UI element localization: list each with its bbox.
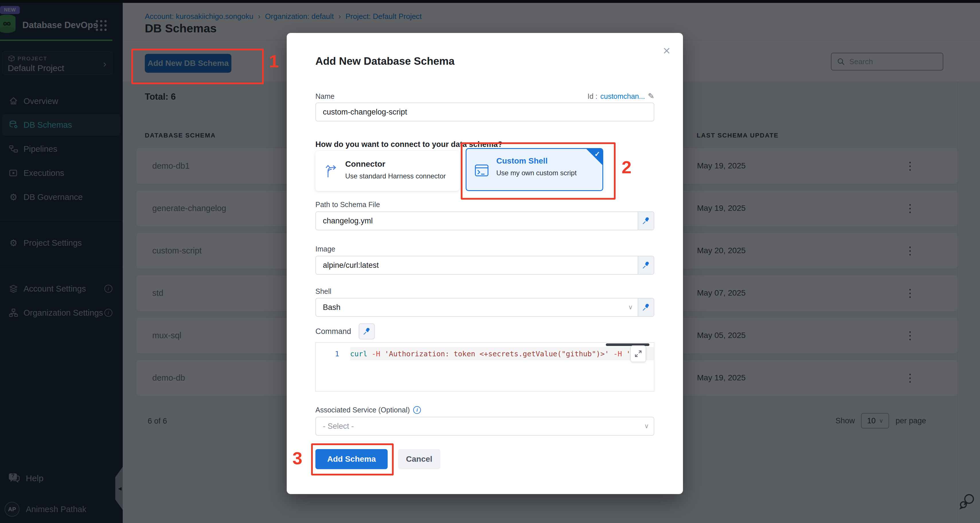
expand-editor-button[interactable] [630, 345, 646, 362]
add-schema-modal: × Add New Database Schema Name Id : cust… [287, 33, 683, 494]
edit-pencil-icon[interactable]: ✎ [648, 92, 654, 101]
cancel-button[interactable]: Cancel [398, 449, 441, 469]
code-text: curl -H 'Authorization: token <+secrets.… [350, 347, 654, 360]
option-subtitle: Use standard Harness connector [345, 172, 446, 180]
annotation-box-2 [461, 143, 616, 200]
image-field-wrap [315, 256, 654, 275]
command-label: Command [315, 327, 351, 336]
annotation-box-1 [131, 49, 264, 84]
app-root: NEW Database DevOps PROJ [0, 0, 980, 523]
code-line: 1 curl -H 'Authorization: token <+secret… [316, 347, 654, 360]
associated-service-label: Associated Service (Optional) [315, 406, 410, 414]
shell-select[interactable]: Bash [316, 298, 623, 316]
option-connector[interactable]: Connector Use standard Harness connector [315, 151, 459, 191]
option-title: Connector [345, 160, 385, 169]
connector-icon [325, 164, 339, 178]
shell-select-wrap: Bash ∨ [315, 298, 654, 317]
associated-service-select[interactable]: - Select - ∨ [315, 417, 654, 436]
shell-label: Shell [315, 287, 654, 296]
image-field[interactable] [316, 256, 638, 274]
id-cluster: Id : customchan... ✎ [315, 92, 654, 101]
pin-icon[interactable] [638, 298, 654, 316]
path-field[interactable] [316, 212, 638, 230]
pin-icon[interactable] [638, 212, 654, 230]
annotation-number-2: 2 [622, 157, 632, 177]
path-label: Path to Schema File [315, 200, 654, 209]
pin-icon[interactable] [359, 323, 375, 339]
info-icon[interactable]: i [413, 406, 421, 414]
modal-title: Add New Database Schema [315, 55, 654, 67]
line-number: 1 [316, 350, 350, 358]
chevron-down-icon[interactable]: ∨ [623, 298, 638, 316]
name-field[interactable] [315, 103, 654, 122]
id-label: Id : [587, 92, 598, 100]
annotation-box-3 [311, 444, 394, 475]
image-label: Image [315, 245, 654, 253]
annotation-number-1: 1 [269, 51, 279, 71]
pin-icon[interactable] [638, 256, 654, 274]
annotation-number-3: 3 [293, 448, 302, 468]
id-value[interactable]: customchan... [600, 92, 645, 100]
service-select-value: - Select - [316, 417, 640, 435]
chevron-down-icon: ∨ [640, 417, 654, 435]
path-field-wrap [315, 211, 654, 230]
close-icon[interactable]: × [663, 44, 670, 57]
command-code-editor[interactable]: 1 curl -H 'Authorization: token <+secret… [315, 342, 654, 391]
